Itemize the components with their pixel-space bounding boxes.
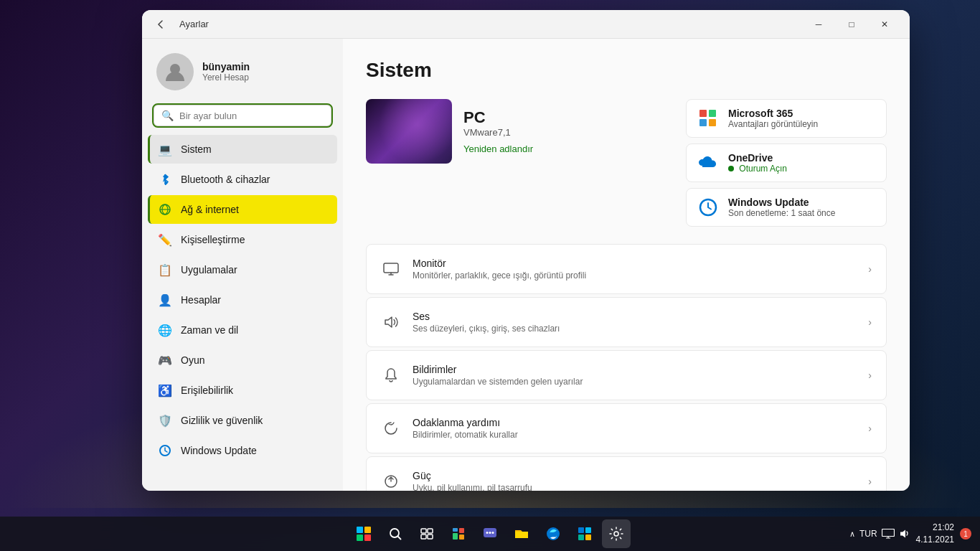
onedrive-sub-text: Oturum Açın bbox=[739, 164, 787, 174]
svg-rect-18 bbox=[459, 534, 464, 540]
language-indicator: TUR bbox=[859, 529, 877, 539]
clock[interactable]: 21:02 4.11.2021 bbox=[916, 522, 954, 546]
sistem-icon: 💻 bbox=[158, 142, 172, 156]
chevron-icon[interactable]: ∧ bbox=[849, 529, 855, 539]
taskview-button[interactable] bbox=[413, 519, 441, 548]
ses-item[interactable]: Ses Ses düzeyleri, çıkış, giriş, ses cih… bbox=[366, 297, 887, 347]
microsoft365-sub: Avantajları görüntüleyin bbox=[728, 119, 818, 129]
settings-taskbar-button[interactable] bbox=[602, 519, 631, 548]
sidebar-item-label: Sistem bbox=[181, 143, 212, 155]
sidebar-item-kisisel[interactable]: ✏️ Kişiselleştirme bbox=[148, 225, 337, 254]
svg-point-22 bbox=[492, 532, 494, 534]
zaman-icon: 🌐 bbox=[158, 323, 172, 337]
content-area: bünyamin Yerel Hesap 🔍 💻 Sistem bbox=[142, 39, 910, 491]
sidebar-item-ag[interactable]: Ağ & internet bbox=[148, 195, 337, 224]
sidebar-item-zaman[interactable]: 🌐 Zaman ve dil bbox=[148, 316, 337, 344]
monitor-title: Monitör bbox=[413, 258, 857, 269]
odaklanma-item[interactable]: Odaklanma yardımı Bildirimler, otomatik … bbox=[366, 403, 887, 453]
display-icon bbox=[882, 529, 895, 539]
sidebar-item-wu[interactable]: Windows Update bbox=[148, 436, 337, 465]
svg-rect-24 bbox=[578, 527, 584, 533]
svg-point-10 bbox=[390, 529, 399, 537]
edge-button[interactable] bbox=[539, 519, 567, 548]
explorer-button[interactable] bbox=[507, 519, 536, 548]
rename-link[interactable]: Yeniden adlandır bbox=[463, 143, 533, 154]
maximize-button[interactable]: □ bbox=[835, 13, 868, 36]
bildirimler-title: Bildirimler bbox=[413, 364, 857, 375]
sidebar-item-label: Uygulamalar bbox=[181, 264, 237, 276]
sidebar-item-bluetooth[interactable]: Bluetooth & cihazlar bbox=[148, 165, 337, 194]
store-button[interactable] bbox=[570, 519, 599, 548]
bildirimler-item[interactable]: Bildirimler Uygulamalardan ve sistemden … bbox=[366, 350, 887, 400]
sidebar-item-erisim[interactable]: ♿ Erişilebilirlik bbox=[148, 376, 337, 405]
user-profile[interactable]: bünyamin Yerel Hesap bbox=[148, 47, 337, 96]
search-taskbar-button[interactable] bbox=[381, 519, 410, 548]
main-content: Sistem PC VMware7,1 Yeniden adlandır bbox=[343, 39, 910, 491]
ses-icon bbox=[381, 312, 401, 332]
wu-icon bbox=[158, 443, 172, 458]
search-input[interactable] bbox=[179, 110, 324, 121]
onedrive-info: OneDrive Oturum Açın bbox=[728, 152, 787, 174]
kisisel-icon: ✏️ bbox=[158, 232, 172, 247]
back-button[interactable] bbox=[151, 14, 171, 34]
system-info-section: PC VMware7,1 Yeniden adlandır bbox=[366, 99, 887, 227]
user-account-type: Yerel Hesap bbox=[202, 72, 329, 83]
close-button[interactable]: ✕ bbox=[868, 13, 901, 36]
svg-rect-16 bbox=[459, 528, 464, 533]
pc-model: VMware7,1 bbox=[463, 127, 674, 138]
svg-rect-12 bbox=[428, 529, 433, 533]
svg-rect-13 bbox=[421, 534, 426, 539]
onedrive-title: OneDrive bbox=[728, 152, 787, 164]
onedrive-status-dot bbox=[728, 166, 734, 171]
service-cards: Microsoft 365 Avantajları görüntüleyin bbox=[686, 99, 887, 227]
sidebar-item-label: Kişiselleştirme bbox=[181, 234, 245, 245]
sidebar-item-label: Windows Update bbox=[181, 445, 257, 456]
bildirimler-sub: Uygulamalardan ve sistemden gelen uyarıl… bbox=[413, 377, 857, 387]
windows-update-card[interactable]: Windows Update Son denetleme: 1 saat önc… bbox=[686, 188, 887, 227]
sidebar-item-label: Zaman ve dil bbox=[181, 324, 238, 336]
svg-rect-17 bbox=[453, 533, 458, 540]
hesaplar-icon: 👤 bbox=[158, 293, 172, 307]
gizlilik-icon: 🛡️ bbox=[158, 413, 172, 428]
odaklanma-sub: Bildirimler, otomatik kurallar bbox=[413, 430, 857, 440]
notification-badge[interactable]: 1 bbox=[960, 528, 971, 540]
sidebar-item-label: Hesaplar bbox=[181, 294, 221, 306]
uygulamalar-icon: 📋 bbox=[158, 263, 172, 277]
sidebar-item-uygulamalar[interactable]: 📋 Uygulamalar bbox=[148, 255, 337, 284]
guc-sub: Uyku, pil kullanımı, pil tasarrufu bbox=[413, 483, 857, 491]
monitor-text: Monitör Monitörler, parlaklık, gece ışığ… bbox=[413, 258, 857, 281]
settings-list: Monitör Monitörler, parlaklık, gece ışığ… bbox=[366, 244, 887, 491]
sidebar-item-sistem[interactable]: 💻 Sistem bbox=[148, 135, 337, 164]
monitor-icon bbox=[381, 259, 401, 279]
sidebar-item-gizlilik[interactable]: 🛡️ Gizlilik ve güvenlik bbox=[148, 406, 337, 435]
svg-rect-15 bbox=[453, 528, 458, 532]
bildirimler-icon bbox=[381, 365, 401, 385]
date-display: 4.11.2021 bbox=[916, 534, 954, 546]
sidebar-item-hesaplar[interactable]: 👤 Hesaplar bbox=[148, 286, 337, 314]
search-box[interactable]: 🔍 bbox=[154, 105, 331, 126]
svg-rect-11 bbox=[421, 529, 426, 533]
sidebar-item-label: Erişilebilirlik bbox=[181, 385, 233, 396]
window-controls: ─ □ ✕ bbox=[802, 13, 901, 36]
chat-button[interactable] bbox=[476, 519, 504, 548]
settings-window: Ayarlar ─ □ ✕ bünyamin Yerel Hesap bbox=[142, 10, 910, 491]
microsoft365-card[interactable]: Microsoft 365 Avantajları görüntüleyin bbox=[686, 99, 887, 138]
minimize-button[interactable]: ─ bbox=[802, 13, 835, 36]
pc-info: PC VMware7,1 Yeniden adlandır bbox=[463, 108, 674, 155]
onedrive-icon bbox=[697, 151, 720, 174]
svg-rect-4 bbox=[384, 263, 398, 273]
onedrive-card[interactable]: OneDrive Oturum Açın bbox=[686, 143, 887, 182]
pc-card: PC VMware7,1 Yeniden adlandır bbox=[366, 99, 674, 164]
svg-rect-27 bbox=[585, 534, 591, 540]
ses-chevron: › bbox=[868, 316, 872, 328]
sidebar-item-label: Bluetooth & cihazlar bbox=[181, 174, 270, 185]
start-button[interactable] bbox=[349, 519, 378, 548]
svg-point-20 bbox=[486, 532, 489, 534]
sidebar-item-oyun[interactable]: 🎮 Oyun bbox=[148, 346, 337, 375]
time-display: 21:02 bbox=[916, 522, 954, 534]
monitor-item[interactable]: Monitör Monitörler, parlaklık, gece ışığ… bbox=[366, 244, 887, 294]
guc-title: Güç bbox=[413, 470, 857, 481]
user-name: bünyamin bbox=[202, 61, 329, 72]
guc-item[interactable]: Güç Uyku, pil kullanımı, pil tasarrufu › bbox=[366, 456, 887, 491]
widgets-button[interactable] bbox=[444, 519, 473, 548]
